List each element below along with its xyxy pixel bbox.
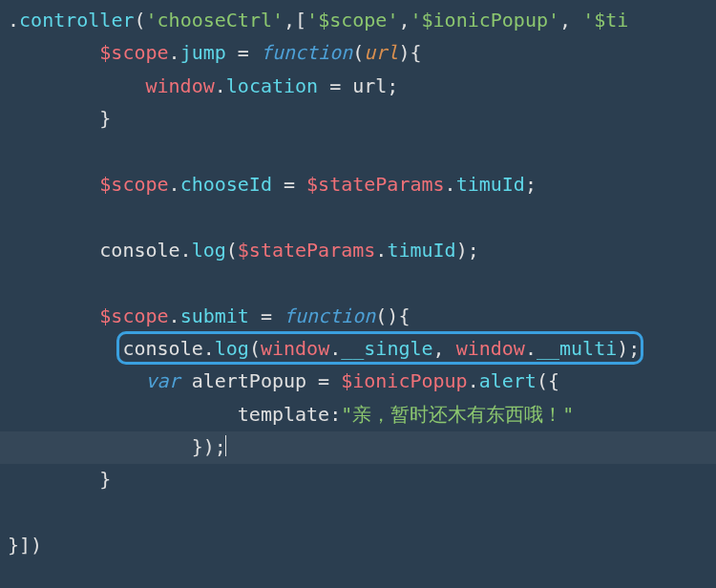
- dot: .: [375, 239, 387, 262]
- dot: .: [468, 369, 479, 392]
- paren: (: [226, 239, 238, 262]
- paren: ({: [537, 369, 559, 392]
- eq: = url;: [318, 74, 398, 97]
- dot: .: [445, 173, 456, 196]
- obj-scope: $scope: [99, 173, 168, 196]
- obj-ionicPopup: $ionicPopup: [341, 369, 467, 392]
- punct: ,: [398, 9, 410, 32]
- string: '$ti: [582, 9, 628, 32]
- paren: ){: [398, 41, 421, 64]
- obj-scope: $scope: [99, 304, 168, 327]
- brace: }: [99, 107, 111, 130]
- code-line-blank: [8, 266, 716, 299]
- code-line: window.location = url;: [8, 70, 716, 102]
- code-line: .controller('chooseCtrl',['$scope','$ion…: [8, 4, 716, 36]
- code-line-blank: [8, 200, 716, 233]
- param-url: url: [364, 41, 398, 64]
- string: "亲，暂时还木有东西哦！": [341, 403, 574, 426]
- obj-scope: $scope: [99, 41, 168, 64]
- indent: [8, 337, 122, 360]
- method-log: log: [215, 337, 249, 360]
- prop-chooseId: chooseId: [180, 173, 272, 196]
- parens: (){: [375, 304, 410, 327]
- code-line-cursor: });: [8, 430, 716, 463]
- semi: ;: [525, 173, 537, 196]
- var-decl: alertPopup =: [180, 369, 342, 392]
- text-cursor: [225, 435, 227, 456]
- prop-template: template: [238, 403, 329, 426]
- obj-console: console.: [122, 337, 214, 360]
- paren: (: [249, 337, 261, 360]
- indent: [8, 435, 192, 458]
- indent: [8, 403, 238, 426]
- paren: (: [134, 9, 145, 32]
- obj-window: window: [146, 74, 215, 97]
- indent: [8, 369, 146, 392]
- code-line: template:"亲，暂时还木有东西哦！": [8, 398, 716, 430]
- dot: .: [525, 337, 537, 360]
- dot: .: [169, 41, 180, 64]
- code-line-blank: [8, 136, 716, 168]
- brace: }: [99, 468, 111, 491]
- indent: [8, 304, 99, 327]
- eq: =: [272, 173, 306, 196]
- brace-close: }]): [8, 534, 42, 556]
- string: '$ionicPopup': [410, 9, 559, 32]
- prop-multi: __multi: [537, 337, 617, 360]
- code-line: }: [8, 463, 716, 495]
- kw-var: var: [146, 369, 180, 392]
- code-line-highlighted: console.log(window.__single, window.__mu…: [8, 332, 716, 365]
- dot: .: [169, 173, 180, 196]
- paren: );: [617, 337, 640, 360]
- code-line-blank: [8, 496, 716, 529]
- eq: =: [249, 304, 284, 327]
- indent: [8, 107, 99, 130]
- code-line: console.log($stateParams.timuId);: [8, 234, 716, 266]
- code-line: $scope.chooseId = $stateParams.timuId;: [8, 168, 716, 200]
- punct: ,[: [284, 9, 306, 32]
- dot: .: [169, 304, 180, 327]
- kw-function: function: [261, 41, 352, 64]
- string: '$scope': [306, 9, 398, 32]
- prop-jump: jump: [180, 41, 226, 64]
- indent: [8, 468, 99, 491]
- prop-timuId: timuId: [456, 173, 525, 196]
- dot: .: [8, 9, 19, 32]
- indent: [8, 239, 99, 262]
- code-line: }: [8, 102, 716, 135]
- code-line: }]): [8, 529, 716, 561]
- code-editor[interactable]: .controller('chooseCtrl',['$scope','$ion…: [8, 4, 716, 562]
- obj-stateParams: $stateParams: [306, 173, 445, 196]
- indent: [8, 74, 146, 97]
- prop-submit: submit: [180, 304, 249, 327]
- eq: =: [226, 41, 261, 64]
- indent: [8, 173, 99, 196]
- indent: [8, 41, 99, 64]
- obj-window: window: [261, 337, 329, 360]
- obj-stateParams: $stateParams: [238, 239, 376, 262]
- method-log: log: [192, 239, 226, 262]
- method-controller: controller: [19, 9, 134, 32]
- string: 'chooseCtrl': [146, 9, 284, 32]
- code-line: var alertPopup = $ionicPopup.alert({: [8, 365, 716, 397]
- comma: ,: [433, 337, 456, 360]
- obj-console: console.: [99, 239, 191, 262]
- selection-highlight: console.log(window.__single, window.__mu…: [122, 332, 640, 365]
- brace-close: });: [192, 435, 226, 458]
- method-alert: alert: [479, 369, 537, 392]
- dot: .: [329, 337, 341, 360]
- code-line: $scope.jump = function(url){: [8, 36, 716, 69]
- punct: ,: [559, 9, 582, 32]
- prop-timuId: timuId: [387, 239, 455, 262]
- paren: (: [352, 41, 364, 64]
- dot: .: [215, 74, 226, 97]
- paren: );: [456, 239, 479, 262]
- obj-window: window: [456, 337, 525, 360]
- prop-single: __single: [341, 337, 432, 360]
- prop-location: location: [226, 74, 318, 97]
- code-line: $scope.submit = function(){: [8, 300, 716, 332]
- kw-function: function: [284, 304, 375, 327]
- colon: :: [329, 403, 341, 426]
